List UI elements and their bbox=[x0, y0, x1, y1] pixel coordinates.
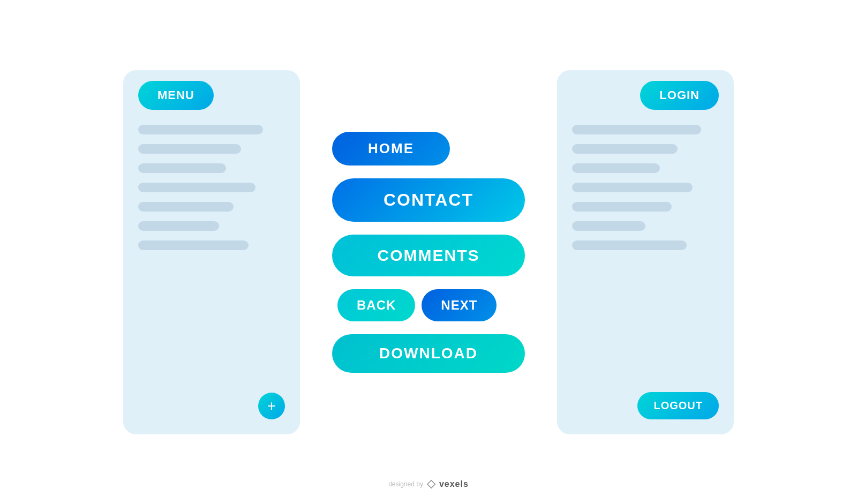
main-layout: MENU + HOME CONTACT COMMENTS BACK NEXT D… bbox=[0, 0, 857, 504]
back-button[interactable]: BACK bbox=[337, 289, 415, 321]
contact-button[interactable]: CONTACT bbox=[332, 178, 525, 222]
footer-branding: designed by vexels bbox=[388, 479, 469, 489]
brand-name-text: vexels bbox=[439, 479, 469, 489]
placeholder-line bbox=[138, 240, 249, 250]
placeholder-line bbox=[138, 144, 241, 154]
placeholder-line bbox=[138, 183, 255, 192]
add-button[interactable]: + bbox=[258, 393, 285, 419]
download-button[interactable]: DOWNLOAD bbox=[332, 334, 525, 373]
placeholder-line bbox=[572, 240, 687, 250]
placeholder-line bbox=[572, 221, 645, 231]
home-button[interactable]: HOME bbox=[332, 132, 450, 166]
menu-button[interactable]: MENU bbox=[138, 81, 214, 110]
placeholder-line bbox=[138, 202, 234, 212]
comments-button[interactable]: COMMENTS bbox=[332, 235, 525, 276]
designed-by-text: designed by bbox=[388, 480, 423, 488]
placeholder-line bbox=[572, 183, 693, 192]
placeholder-line bbox=[572, 163, 660, 173]
left-panel-lines bbox=[138, 125, 285, 387]
login-button[interactable]: LOGIN bbox=[640, 81, 719, 110]
placeholder-line bbox=[138, 163, 226, 173]
center-nav: HOME CONTACT COMMENTS BACK NEXT DOWNLOAD bbox=[332, 132, 525, 373]
right-panel: LOGIN LOGOUT bbox=[557, 70, 734, 434]
right-panel-lines bbox=[572, 125, 719, 387]
placeholder-line bbox=[138, 125, 263, 134]
placeholder-line bbox=[138, 221, 219, 231]
logout-button[interactable]: LOGOUT bbox=[637, 392, 719, 419]
back-next-row: BACK NEXT bbox=[337, 289, 497, 321]
placeholder-line bbox=[572, 202, 672, 212]
svg-marker-0 bbox=[427, 480, 435, 488]
vexels-diamond-icon bbox=[426, 479, 436, 489]
placeholder-line bbox=[572, 125, 701, 134]
left-panel: MENU + bbox=[123, 70, 300, 434]
placeholder-line bbox=[572, 144, 678, 154]
next-button[interactable]: NEXT bbox=[422, 289, 497, 321]
